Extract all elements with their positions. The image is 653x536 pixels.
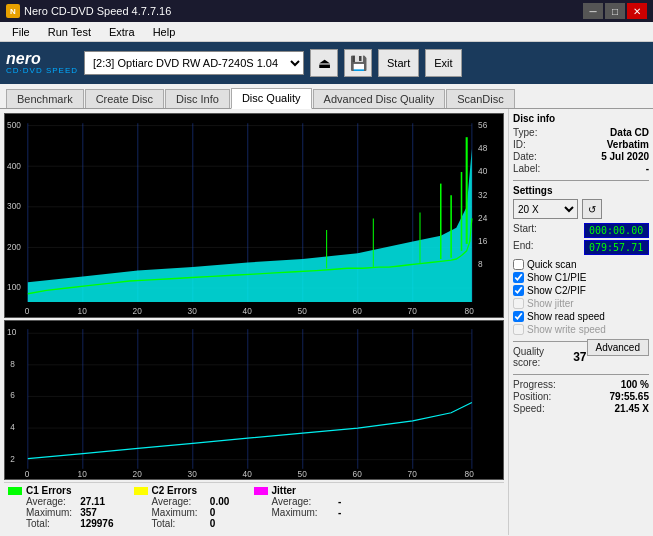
progress-section: Progress: 100 % Position: 79:55.65 Speed… bbox=[513, 379, 649, 414]
exit-button[interactable]: Exit bbox=[425, 49, 461, 77]
jitter-avg-label: Average: bbox=[272, 496, 330, 507]
start-button[interactable]: Start bbox=[378, 49, 419, 77]
app-title: Nero CD-DVD Speed 4.7.7.16 bbox=[24, 5, 171, 17]
progress-label: Progress: bbox=[513, 379, 556, 390]
progress-value: 100 % bbox=[621, 379, 649, 390]
tab-createdisc[interactable]: Create Disc bbox=[85, 89, 164, 108]
quality-score-label: Quality score: bbox=[513, 346, 573, 368]
show-jitter-checkbox[interactable] bbox=[513, 298, 524, 309]
svg-text:56: 56 bbox=[478, 119, 487, 130]
svg-text:70: 70 bbox=[408, 305, 417, 316]
c1-total-value: 129976 bbox=[80, 518, 113, 529]
svg-text:48: 48 bbox=[478, 143, 487, 154]
show-read-speed-checkbox[interactable] bbox=[513, 311, 524, 322]
c1-max-label: Maximum: bbox=[26, 507, 72, 518]
show-write-speed-row: Show write speed bbox=[513, 324, 649, 335]
c2-max-value: 0 bbox=[210, 507, 234, 518]
save-button[interactable]: 💾 bbox=[344, 49, 372, 77]
main-content: 500 400 300 200 100 56 48 40 32 24 16 8 bbox=[0, 109, 653, 535]
speed-selector[interactable]: 20 X bbox=[513, 199, 578, 219]
date-value: 5 Jul 2020 bbox=[601, 151, 649, 162]
svg-text:500: 500 bbox=[7, 119, 21, 130]
c1-color bbox=[8, 487, 22, 495]
svg-text:60: 60 bbox=[353, 305, 362, 316]
start-time-label: Start: bbox=[513, 223, 537, 238]
close-button[interactable]: ✕ bbox=[627, 3, 647, 19]
svg-text:300: 300 bbox=[7, 201, 21, 212]
quality-score-value: 37 bbox=[573, 350, 586, 364]
svg-text:10: 10 bbox=[78, 470, 88, 479]
svg-text:8: 8 bbox=[478, 259, 483, 270]
nero-logo: nero CD·DVD SPEED bbox=[6, 51, 78, 75]
c2-color bbox=[134, 487, 148, 495]
svg-rect-44 bbox=[5, 321, 503, 479]
id-label: ID: bbox=[513, 139, 526, 150]
c2-max-label: Maximum: bbox=[152, 507, 202, 518]
end-time-label: End: bbox=[513, 240, 534, 255]
svg-text:24: 24 bbox=[478, 212, 487, 223]
svg-text:20: 20 bbox=[133, 470, 143, 479]
disc-info-title: Disc info bbox=[513, 113, 649, 124]
svg-text:0: 0 bbox=[25, 305, 30, 316]
refresh-button[interactable]: ↺ bbox=[582, 199, 602, 219]
tab-discinfo[interactable]: Disc Info bbox=[165, 89, 230, 108]
speed-row: 20 X ↺ bbox=[513, 199, 649, 219]
titlebar: N Nero CD-DVD Speed 4.7.7.16 ─ □ ✕ bbox=[0, 0, 653, 22]
quick-scan-row: Quick scan bbox=[513, 259, 649, 270]
c2-total-label: Total: bbox=[152, 518, 202, 529]
advanced-button[interactable]: Advanced bbox=[587, 339, 649, 356]
svg-text:16: 16 bbox=[478, 235, 487, 246]
show-write-speed-label: Show write speed bbox=[527, 324, 606, 335]
eject-button[interactable]: ⏏ bbox=[310, 49, 338, 77]
maximize-button[interactable]: □ bbox=[605, 3, 625, 19]
svg-text:30: 30 bbox=[188, 470, 198, 479]
show-c1pie-checkbox[interactable] bbox=[513, 272, 524, 283]
date-label: Date: bbox=[513, 151, 537, 162]
tab-benchmark[interactable]: Benchmark bbox=[6, 89, 84, 108]
c1-avg-label: Average: bbox=[26, 496, 72, 507]
show-read-speed-row: Show read speed bbox=[513, 311, 649, 322]
window-controls[interactable]: ─ □ ✕ bbox=[583, 3, 647, 19]
svg-text:60: 60 bbox=[353, 470, 363, 479]
c1-total-label: Total: bbox=[26, 518, 72, 529]
show-jitter-label: Show jitter bbox=[527, 298, 574, 309]
c2-legend: C2 Errors Average: 0.00 Maximum: 0 Total… bbox=[134, 485, 234, 529]
svg-text:0: 0 bbox=[25, 470, 30, 479]
jitter-label: Jitter bbox=[272, 485, 296, 496]
show-write-speed-checkbox[interactable] bbox=[513, 324, 524, 335]
menu-help[interactable]: Help bbox=[145, 24, 184, 40]
disc-label-label: Label: bbox=[513, 163, 540, 174]
type-value: Data CD bbox=[610, 127, 649, 138]
position-value: 79:55.65 bbox=[610, 391, 649, 402]
svg-text:8: 8 bbox=[10, 360, 15, 369]
jitter-legend: Jitter Average: - Maximum: - bbox=[254, 485, 354, 529]
show-jitter-row: Show jitter bbox=[513, 298, 649, 309]
end-time-input[interactable] bbox=[584, 240, 649, 255]
c1-avg-value: 27.11 bbox=[80, 496, 113, 507]
menu-file[interactable]: File bbox=[4, 24, 38, 40]
speed-value: 21.45 X bbox=[615, 403, 649, 414]
drive-selector[interactable]: [2:3] Optiarc DVD RW AD-7240S 1.04 bbox=[84, 51, 304, 75]
bottom-chart: 10 8 6 4 2 bbox=[4, 320, 504, 480]
quick-scan-label: Quick scan bbox=[527, 259, 576, 270]
menu-runtest[interactable]: Run Test bbox=[40, 24, 99, 40]
tab-advanceddiscquality[interactable]: Advanced Disc Quality bbox=[313, 89, 446, 108]
menu-extra[interactable]: Extra bbox=[101, 24, 143, 40]
svg-text:4: 4 bbox=[10, 423, 15, 432]
tab-bar: Benchmark Create Disc Disc Info Disc Qua… bbox=[0, 84, 653, 109]
svg-text:80: 80 bbox=[465, 305, 474, 316]
svg-text:6: 6 bbox=[10, 392, 15, 401]
quick-scan-checkbox[interactable] bbox=[513, 259, 524, 270]
start-time-input[interactable] bbox=[584, 223, 649, 238]
disc-info-section: Disc info Type: Data CD ID: Verbatim Dat… bbox=[513, 113, 649, 174]
minimize-button[interactable]: ─ bbox=[583, 3, 603, 19]
id-value: Verbatim bbox=[607, 139, 649, 150]
position-label: Position: bbox=[513, 391, 551, 402]
c2-avg-label: Average: bbox=[152, 496, 202, 507]
show-c2pif-checkbox[interactable] bbox=[513, 285, 524, 296]
tab-discquality[interactable]: Disc Quality bbox=[231, 88, 312, 109]
svg-text:30: 30 bbox=[188, 305, 197, 316]
svg-text:2: 2 bbox=[10, 455, 15, 464]
tab-scandisc[interactable]: ScanDisc bbox=[446, 89, 514, 108]
top-chart: 500 400 300 200 100 56 48 40 32 24 16 8 bbox=[4, 113, 504, 318]
